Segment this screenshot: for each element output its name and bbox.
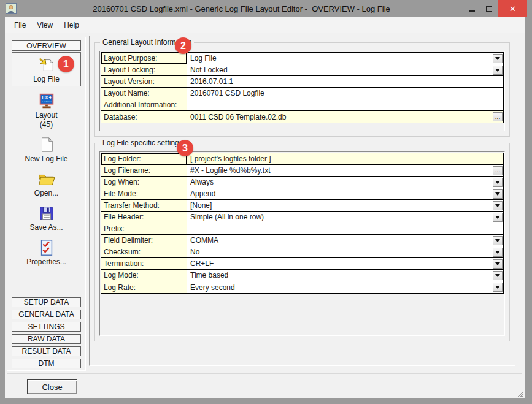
dropdown-arrow-button[interactable]	[493, 201, 503, 210]
ellipsis-button[interactable]: ...	[493, 166, 503, 175]
dropdown-arrow-button[interactable]	[493, 236, 503, 245]
resize-grip[interactable]	[515, 389, 523, 397]
property-value-cell[interactable]: 20160701 CSD Logfile	[187, 88, 503, 99]
dropdown-arrow-button[interactable]	[493, 189, 503, 199]
property-value-cell[interactable]: Append	[187, 188, 503, 199]
sidebar-item-label: Properties...	[26, 258, 66, 266]
property-value: Time based	[187, 271, 493, 280]
sidebar-item-new-log-file[interactable]: New Log File	[12, 135, 81, 163]
sidebar-item-label: Save As...	[29, 224, 63, 232]
sidebar-item-open[interactable]: Open...	[12, 170, 81, 197]
property-label: Database:	[101, 111, 187, 123]
svg-text:Fix 4: Fix 4	[42, 95, 51, 99]
property-value-cell[interactable]: Every second	[187, 281, 503, 293]
property-label: Termination:	[101, 258, 187, 269]
menu-item-view[interactable]: View	[31, 18, 58, 32]
property-value-cell[interactable]: 2016.07.01.1	[187, 76, 503, 87]
property-label: Transfer Method:	[101, 200, 187, 211]
property-row-layout-version: Layout Version:2016.07.01.1	[101, 76, 503, 88]
close-window-button[interactable]: ✕	[498, 0, 527, 17]
chevron-down-icon	[495, 57, 500, 60]
property-value-cell[interactable]: Time based	[187, 270, 503, 281]
menu-bar: FileViewHelp	[5, 17, 525, 33]
dropdown-arrow-button[interactable]	[493, 271, 503, 280]
dropdown-arrow-button[interactable]	[493, 66, 503, 75]
property-row-layout-purpose: Layout Purpose:Log File	[101, 53, 503, 64]
dropdown-arrow-button[interactable]	[493, 283, 503, 292]
property-label: File Mode:	[101, 188, 187, 199]
property-row-file-header: File Header:Simple (All in one row)	[101, 212, 503, 223]
property-value: #X - Logfile %d%b%y.txt	[187, 166, 493, 175]
dropdown-arrow-button[interactable]	[493, 54, 503, 63]
property-value-cell[interactable]: No	[187, 246, 503, 257]
chevron-down-icon	[495, 251, 500, 254]
sidebar-item-save-as[interactable]: Save As...	[12, 204, 81, 232]
chevron-down-icon	[495, 239, 500, 242]
group-title: Log File specific settings	[100, 139, 185, 147]
property-row-log-filename: Log Filename:#X - Logfile %d%b%y.txt...	[101, 165, 503, 177]
property-row-database: Database:0011 CSD 06 Template.02.db...	[101, 111, 503, 123]
dropdown-arrow-button[interactable]	[493, 259, 503, 269]
property-value-cell[interactable]	[187, 99, 503, 110]
sidebar-item-layout[interactable]: Fix 412:31:01Layout(45)	[12, 92, 81, 129]
property-value-cell[interactable]: CR+LF	[187, 258, 503, 269]
property-value-cell[interactable]: 0011 CSD 06 Template.02.db...	[187, 111, 503, 123]
property-value-cell[interactable]: Log File	[187, 53, 503, 64]
application-window: { "window": { "title": "20160701 CSD Log…	[0, 0, 532, 404]
sidebar-item-properties[interactable]: Properties...	[12, 238, 81, 266]
sidebar-item-label: Open...	[34, 189, 58, 197]
sidebar-nav-buttons: SETUP DATAGENERAL DATASETTINGSRAW DATARE…	[12, 297, 81, 368]
property-value-cell[interactable]: Not Locked	[187, 64, 503, 75]
sidebar-item-label: Log File	[33, 75, 60, 83]
maximize-button[interactable]	[480, 0, 498, 17]
maximize-icon	[486, 6, 492, 12]
property-value-cell[interactable]: COMMA	[187, 235, 503, 246]
property-row-log-rate: Log Rate:Every second	[101, 281, 503, 293]
property-row-layout-locking: Layout Locking:Not Locked	[101, 64, 503, 76]
annotation-badge-1: 1	[58, 56, 74, 72]
sidebar-button-general-data[interactable]: GENERAL DATA	[12, 310, 81, 319]
app-icon[interactable]	[6, 3, 17, 14]
close-button-label: Close	[42, 383, 62, 392]
property-value: [ project's logfiles folder ]	[187, 154, 503, 163]
dropdown-arrow-button[interactable]	[493, 213, 503, 222]
property-row-termination: Termination:CR+LF	[101, 258, 503, 270]
close-button[interactable]: Close	[27, 379, 77, 394]
ellipsis-button[interactable]: ...	[493, 112, 503, 121]
property-value: Not Locked	[187, 66, 493, 74]
property-row-prefix: Prefix:	[101, 223, 503, 235]
sidebar-button-settings[interactable]: SETTINGS	[12, 322, 81, 332]
minimize-button[interactable]	[463, 0, 480, 17]
property-label: Additional Information:	[101, 99, 187, 110]
property-row-checksum: Checksum:No	[101, 246, 503, 258]
menu-item-help[interactable]: Help	[58, 18, 85, 32]
sidebar-item-label: New Log File	[25, 155, 67, 163]
sidebar-item-sublabel: (45)	[40, 121, 53, 129]
sidebar-button-dtm[interactable]: DTM	[12, 359, 81, 368]
property-value: Always	[187, 178, 493, 186]
dropdown-arrow-button[interactable]	[493, 178, 503, 187]
property-value-cell[interactable]: [None]	[187, 200, 503, 211]
property-label: Log Rate:	[101, 281, 187, 293]
menu-item-file[interactable]: File	[9, 18, 31, 32]
save-disk-icon	[37, 204, 56, 223]
sidebar-button-setup-data[interactable]: SETUP DATA	[12, 297, 81, 307]
property-value-cell[interactable]: Always	[187, 177, 503, 188]
overview-button[interactable]: OVERVIEW	[12, 40, 81, 51]
property-label: Layout Name:	[101, 88, 187, 99]
chevron-down-icon	[495, 192, 500, 196]
title-bar[interactable]: 20160701 CSD Logfile.xml - Generic Log F…	[0, 0, 532, 17]
sidebar-button-result-data[interactable]: RESULT DATA	[12, 346, 81, 356]
property-row-log-folder: Log Folder:[ project's logfiles folder ]	[101, 153, 503, 165]
property-value: COMMA	[187, 236, 493, 245]
property-value-cell[interactable]	[187, 223, 503, 234]
settings-rows: Log Folder:[ project's logfiles folder ]…	[101, 153, 504, 294]
property-value-cell[interactable]: [ project's logfiles folder ]	[187, 153, 503, 164]
property-value-cell[interactable]: #X - Logfile %d%b%y.txt...	[187, 165, 503, 176]
dropdown-arrow-button[interactable]	[493, 248, 503, 257]
property-value-cell[interactable]: Simple (All in one row)	[187, 212, 503, 223]
window-title: 20160701 CSD Logfile.xml - Generic Log F…	[25, 0, 458, 17]
general-rows: Layout Purpose:Log FileLayout Locking:No…	[101, 52, 504, 123]
sidebar-button-raw-data[interactable]: RAW DATA	[12, 334, 81, 344]
property-value: Log File	[187, 54, 493, 63]
